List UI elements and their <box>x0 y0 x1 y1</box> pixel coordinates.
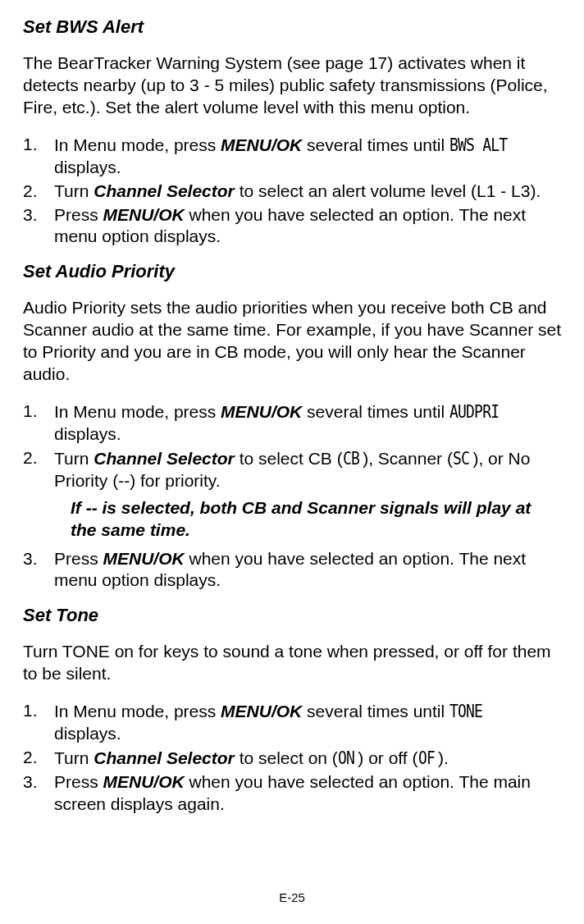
text: ) or off ( <box>358 748 417 767</box>
text: In Menu mode, press <box>54 702 221 720</box>
menu-ok-text: MENU/OK <box>221 402 302 421</box>
step-tone-2: Turn Channel Selector to select on (ON) … <box>23 747 561 770</box>
text: Turn <box>54 181 94 200</box>
text: to select CB ( <box>235 449 343 468</box>
intro-bws: The BearTracker Warning System (see page… <box>23 53 561 119</box>
menu-ok-text: MENU/OK <box>103 549 185 568</box>
step-bws-2: Turn Channel Selector to select an alert… <box>23 181 561 203</box>
lcd-of: OF <box>418 747 435 770</box>
steps-tone: In Menu mode, press MENU/OK several time… <box>23 700 561 816</box>
page: Set BWS Alert The BearTracker Warning Sy… <box>0 0 584 924</box>
text: In Menu mode, press <box>54 402 221 421</box>
section-title-bws: Set BWS Alert <box>23 16 561 38</box>
menu-ok-text: MENU/OK <box>103 772 185 791</box>
page-number: E-25 <box>0 890 584 904</box>
steps-bws: In Menu mode, press MENU/OK several time… <box>23 134 561 249</box>
text: ), Scanner ( <box>363 449 453 468</box>
step-audio-3: Press MENU/OK when you have selected an … <box>23 548 561 592</box>
channel-selector-text: Channel Selector <box>94 449 235 468</box>
step-audio-1: In Menu mode, press MENU/OK several time… <box>23 400 561 446</box>
menu-ok-text: MENU/OK <box>221 702 302 720</box>
text: several times until <box>302 135 449 154</box>
lcd-audpri: AUDPRI <box>449 400 499 423</box>
lcd-on: ON <box>338 747 354 770</box>
lcd-sc: SC <box>453 447 469 470</box>
text: Turn <box>54 748 94 767</box>
channel-selector-text: Channel Selector <box>94 181 235 200</box>
lcd-cb: CB <box>343 447 359 470</box>
text: In Menu mode, press <box>54 135 221 154</box>
steps-audio: In Menu mode, press MENU/OK several time… <box>23 400 561 492</box>
steps-audio-cont: Press MENU/OK when you have selected an … <box>23 548 561 592</box>
audio-note: If -- is selected, both CB and Scanner s… <box>23 497 561 542</box>
section-title-audio: Set Audio Priority <box>23 261 561 282</box>
lcd-bws-alt: BWS ALT <box>449 134 507 157</box>
step-bws-1: In Menu mode, press MENU/OK several time… <box>23 134 561 179</box>
text: Press <box>54 549 103 568</box>
text: ). <box>438 748 449 767</box>
lcd-tone: TONE <box>449 700 482 723</box>
channel-selector-text: Channel Selector <box>94 748 235 767</box>
text: to select on ( <box>235 748 338 767</box>
text: displays. <box>54 158 121 176</box>
step-tone-1: In Menu mode, press MENU/OK several time… <box>23 700 561 745</box>
step-bws-3: Press MENU/OK when you have selected an … <box>23 204 561 249</box>
intro-tone: Turn TONE on for keys to sound a tone wh… <box>23 641 561 685</box>
menu-ok-text: MENU/OK <box>103 205 185 224</box>
text: Press <box>54 205 103 224</box>
text: Press <box>54 772 103 791</box>
menu-ok-text: MENU/OK <box>221 135 302 154</box>
section-title-tone: Set Tone <box>23 605 561 626</box>
step-audio-2: Turn Channel Selector to select CB (CB),… <box>23 447 561 492</box>
text: Turn <box>54 449 94 468</box>
text: displays. <box>54 424 121 443</box>
text: to select an alert volume level (L1 - L3… <box>235 181 541 200</box>
intro-audio: Audio Priority sets the audio priorities… <box>23 297 561 386</box>
step-tone-3: Press MENU/OK when you have selected an … <box>23 771 561 816</box>
text: displays. <box>54 724 121 743</box>
text: several times until <box>302 402 449 421</box>
text: several times until <box>302 702 449 720</box>
